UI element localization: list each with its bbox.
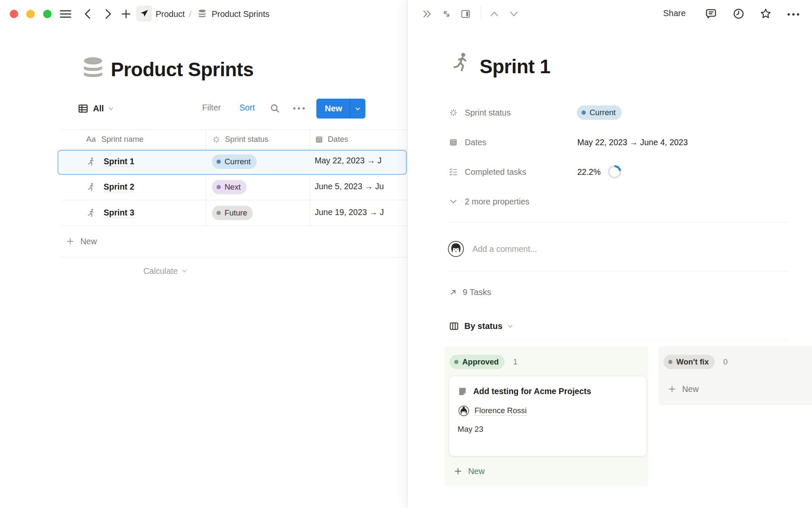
property-value-dates[interactable]: May 22, 2023 → June 4, 2023 <box>577 138 688 147</box>
double-chevron-right-icon[interactable] <box>422 8 433 20</box>
calculate-button[interactable]: Calculate <box>143 263 188 279</box>
new-entry-split-button: New <box>316 99 365 119</box>
forward-button[interactable] <box>103 8 113 19</box>
property-label-dates[interactable]: Dates <box>449 135 486 150</box>
filter-button[interactable]: Filter <box>202 103 221 113</box>
share-button[interactable]: Share <box>663 8 686 18</box>
open-full-page-icon[interactable] <box>441 8 452 19</box>
table-row-sprint3-name-cell[interactable]: Sprint 3 <box>86 201 134 225</box>
group-pill-wont-fix: Won't fix <box>664 355 715 369</box>
status-dot <box>582 110 586 115</box>
add-comment-row[interactable]: Add a comment... <box>448 239 537 259</box>
property-label-sprint-status[interactable]: Sprint status <box>449 105 510 120</box>
tasks-database-link[interactable]: 9 Tasks <box>449 284 491 300</box>
column-divider <box>206 130 206 226</box>
divider <box>61 257 407 257</box>
comments-icon[interactable] <box>705 7 718 20</box>
table-row-sprint3-dates-cell[interactable]: June 19, 2023 → J <box>315 207 384 217</box>
column-header-sprint-status[interactable]: Sprint status <box>212 130 269 149</box>
next-record-icon[interactable] <box>508 9 519 19</box>
property-value-completed-tasks[interactable]: 22.2% <box>577 164 622 179</box>
column-header-sprint-name[interactable]: Aa Sprint name <box>86 130 143 149</box>
new-entry-dropdown-button[interactable] <box>350 99 365 119</box>
board-new-card-wont-fix[interactable]: New <box>668 382 699 396</box>
app-window: Product / Product Sprints Product Sprint… <box>0 0 812 508</box>
window-close-button[interactable] <box>10 10 18 18</box>
progress-ring <box>607 165 622 179</box>
page-title-database-icon[interactable] <box>79 53 107 84</box>
property-label-completed-tasks[interactable]: Completed tasks <box>449 164 526 179</box>
table-row-sprint2-status-cell[interactable]: Next <box>212 180 247 194</box>
table-row-sprint1-name-cell[interactable]: Sprint 1 <box>86 150 134 173</box>
divider <box>481 6 481 19</box>
page-title[interactable]: Product Sprints <box>111 58 254 81</box>
add-comment-placeholder[interactable]: Add a comment... <box>472 244 537 254</box>
board-view-icon <box>449 321 459 331</box>
window-minimize-button[interactable] <box>26 10 35 18</box>
group-pill-approved: Approved <box>450 355 505 369</box>
page-more-options-icon[interactable] <box>786 11 801 17</box>
user-avatar <box>448 241 464 257</box>
table-new-row-button[interactable]: New <box>66 226 97 257</box>
checklist-icon <box>449 167 458 177</box>
board-new-card-approved[interactable]: New <box>454 464 485 478</box>
view-tab-label: All <box>93 104 104 113</box>
assignee-avatar <box>458 406 469 416</box>
property-value-sprint-status[interactable]: Current <box>577 105 622 120</box>
chevron-down-icon <box>181 268 188 274</box>
view-tab-all[interactable]: All <box>77 99 115 118</box>
table-row-sprint1-status-cell[interactable]: Current <box>212 155 257 169</box>
table-row-sprint2-name-cell[interactable]: Sprint 2 <box>86 175 134 199</box>
group-count: 0 <box>723 357 728 367</box>
row-title[interactable]: Sprint 3 <box>104 208 134 218</box>
sidebar-menu-icon[interactable] <box>59 9 72 19</box>
column-divider <box>310 130 310 226</box>
more-properties-toggle[interactable]: 2 more properties <box>449 194 529 209</box>
sort-button[interactable]: Sort <box>239 103 255 113</box>
breadcrumb-item-product[interactable]: Product <box>156 9 185 19</box>
status-dot <box>217 211 221 215</box>
favorite-star-icon[interactable] <box>759 7 772 20</box>
more-options-icon[interactable] <box>292 105 306 112</box>
table-row-sprint2-dates-cell[interactable]: June 5, 2023 → Ju <box>315 182 384 191</box>
board-view-tab[interactable]: By status <box>449 318 514 334</box>
updates-clock-icon[interactable] <box>732 7 745 20</box>
status-dot <box>217 185 221 189</box>
side-peek-view-icon[interactable] <box>460 8 471 19</box>
row-title[interactable]: Sprint 1 <box>104 157 134 167</box>
record-title[interactable]: Sprint 1 <box>480 55 550 78</box>
divider <box>447 340 788 340</box>
breadcrumb-separator: / <box>189 9 192 19</box>
search-icon[interactable] <box>269 103 280 114</box>
status-pill-current: Current <box>577 105 622 120</box>
back-button[interactable] <box>83 8 93 19</box>
divider <box>61 200 407 200</box>
status-pill-next: Next <box>212 180 247 194</box>
table-view-icon <box>77 103 89 114</box>
board-card[interactable]: Add testing for Acme Projects Florence R… <box>449 376 647 456</box>
calendar-icon <box>315 135 324 144</box>
previous-record-icon[interactable] <box>489 9 500 19</box>
divider <box>447 222 788 222</box>
new-page-icon[interactable] <box>121 9 131 19</box>
breadcrumb-page-icon[interactable] <box>136 6 152 22</box>
status-dot <box>454 360 458 364</box>
chevron-down-icon <box>507 323 514 330</box>
table-row-sprint1-dates-cell[interactable]: May 22, 2023 → J <box>315 156 381 166</box>
table-row-sprint3-status-cell[interactable]: Future <box>212 206 253 220</box>
record-runner-icon[interactable] <box>449 51 472 74</box>
main-page: Product / Product Sprints Product Sprint… <box>0 0 407 508</box>
board-group-header-approved[interactable]: Approved 1 <box>450 355 518 369</box>
breadcrumb: Product / Product Sprints <box>156 8 269 20</box>
column-header-dates[interactable]: Dates <box>315 130 348 149</box>
breadcrumb-item-current[interactable]: Product Sprints <box>212 9 270 19</box>
calendar-icon <box>449 138 458 147</box>
chevron-down-icon <box>449 197 458 206</box>
board-group-header-wont-fix[interactable]: Won't fix 0 <box>664 355 728 369</box>
new-entry-button[interactable]: New <box>316 99 350 119</box>
page-icon <box>458 387 467 396</box>
window-zoom-button[interactable] <box>43 10 52 18</box>
text-property-icon: Aa <box>86 135 96 144</box>
row-title[interactable]: Sprint 2 <box>104 182 134 192</box>
runner-icon <box>86 208 96 218</box>
